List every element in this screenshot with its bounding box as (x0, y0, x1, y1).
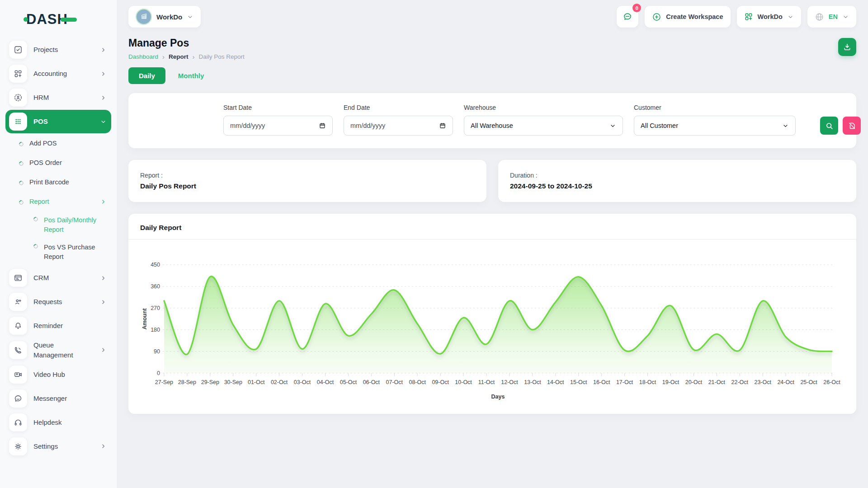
svg-text:27-Sep: 27-Sep (155, 379, 173, 385)
chevron-down-icon (187, 14, 193, 20)
sidebar-item-helpdesk[interactable]: Helpdesk (5, 411, 111, 434)
chevron-right-icon (100, 347, 107, 353)
building-icon (140, 12, 148, 22)
svg-text:28-Sep: 28-Sep (178, 379, 196, 385)
filter-actions (820, 117, 861, 136)
breadcrumb-current: Daily Pos Report (199, 53, 245, 60)
sidebar-item-crm[interactable]: CRM (5, 266, 111, 290)
chevron-down-icon (100, 118, 107, 125)
svg-text:90: 90 (154, 348, 160, 355)
customer-select[interactable]: All Customer (634, 116, 796, 136)
download-button[interactable] (838, 38, 856, 56)
accounting-icon (9, 65, 27, 83)
start-date-input-wrap (223, 116, 333, 136)
warehouse-selected-value: All Warehouse (471, 122, 513, 129)
warehouse-field: Warehouse All Warehouse (464, 104, 623, 136)
sidebar-item-messenger[interactable]: Messenger (5, 387, 111, 410)
sidebar-item-settings[interactable]: Settings (5, 435, 111, 458)
calendar-icon[interactable] (319, 122, 326, 129)
settings-icon (9, 437, 27, 455)
start-date-field: Start Date (223, 104, 333, 136)
svg-text:12-Oct: 12-Oct (501, 379, 518, 385)
start-date-input[interactable] (230, 122, 298, 129)
sidebar-item-label: HRM (33, 93, 49, 103)
sidebar-item-pos-vs-purchase-report[interactable]: Pos VS Purchase Report (5, 239, 111, 266)
chevron-right-icon (100, 94, 107, 101)
svg-text:360: 360 (151, 283, 160, 290)
messages-button[interactable]: 0 (617, 6, 638, 28)
tab-monthly[interactable]: Monthly (171, 67, 212, 84)
breadcrumb-report[interactable]: Report (169, 53, 189, 60)
sidebar-item-label: Messenger (33, 394, 67, 404)
sidebar-item-requests[interactable]: Requests (5, 290, 111, 314)
customer-selected-value: All Customer (641, 122, 678, 129)
sidebar: DASH ProjectsAccountingHRMPOSAdd POSPOS … (0, 0, 117, 488)
queue-icon (9, 341, 27, 359)
language-selector[interactable]: EN (807, 6, 856, 28)
sidebar-item-pos-order[interactable]: POS Order (5, 153, 111, 173)
svg-text:17-Oct: 17-Oct (616, 379, 633, 385)
sidebar-item-label: Helpdesk (33, 418, 62, 427)
sidebar-item-label: CRM (33, 273, 49, 283)
breadcrumb-dashboard[interactable]: Dashboard (128, 53, 158, 60)
bullet-icon (18, 180, 24, 186)
chevron-right-icon (100, 198, 107, 205)
create-workspace-button[interactable]: Create Workspace (645, 6, 730, 28)
sidebar-item-projects[interactable]: Projects (5, 38, 111, 61)
svg-text:03-Oct: 03-Oct (294, 379, 311, 385)
start-date-label: Start Date (223, 104, 333, 111)
sidebar-item-reminder[interactable]: Reminder (5, 314, 111, 338)
chevron-right-icon (100, 443, 107, 450)
sidebar-item-video-hub[interactable]: Video Hub (5, 363, 111, 386)
warehouse-select[interactable]: All Warehouse (464, 116, 623, 136)
sidebar-item-queue-management[interactable]: Queue Management (5, 338, 111, 362)
brand-logo[interactable]: DASH (24, 10, 111, 28)
sidebar-item-label: Requests (33, 297, 62, 307)
daily-report-area-chart: 090180270360450 27-Sep28-Sep29-Sep30-Sep… (140, 249, 844, 406)
sidebar-item-hrm[interactable]: HRM (5, 86, 111, 109)
report-label: Report : (140, 172, 475, 179)
svg-text:23-Oct: 23-Oct (755, 379, 772, 385)
chevron-right-icon (100, 47, 107, 53)
svg-text:09-Oct: 09-Oct (432, 379, 449, 385)
breadcrumb-separator: › (193, 53, 195, 60)
reset-button[interactable] (843, 117, 861, 135)
bullet-icon (18, 199, 24, 206)
sidebar-item-pos-daily-monthly-report[interactable]: Pos Daily/Monthly Report (5, 211, 111, 239)
sidebar-item-accounting[interactable]: Accounting (5, 62, 111, 85)
tab-daily[interactable]: Daily (128, 67, 165, 84)
svg-text:07-Oct: 07-Oct (386, 379, 403, 385)
crm-icon (9, 269, 27, 287)
chevron-right-icon (100, 275, 107, 282)
globe-icon (815, 12, 824, 22)
chevron-right-icon (100, 70, 107, 77)
sidebar-item-label: POS (33, 117, 48, 127)
search-icon (825, 122, 834, 130)
workspace-switcher[interactable]: WorkDo (128, 6, 201, 28)
svg-text:180: 180 (151, 327, 160, 333)
main-area: WorkDo 0 Create Workspace WorkDo (117, 0, 868, 488)
sidebar-item-pos[interactable]: POS (5, 110, 111, 133)
svg-text:Amount: Amount (142, 308, 148, 329)
svg-text:21-Oct: 21-Oct (708, 379, 726, 385)
calendar-icon[interactable] (439, 122, 446, 129)
warehouse-label: Warehouse (464, 104, 623, 111)
chevron-down-icon (787, 14, 794, 20)
breadcrumb-separator: › (162, 53, 165, 60)
bullet-icon (18, 141, 24, 147)
logo-dash-icon (61, 18, 77, 22)
bullet-icon (33, 243, 39, 249)
projects-icon (9, 41, 27, 59)
daily-report-card: Daily Report 090180270360450 27-Sep28-Se… (128, 214, 856, 414)
pos-icon (9, 113, 27, 131)
customer-field: Customer All Customer (634, 104, 796, 136)
duration-label: Duration : (510, 172, 844, 179)
sidebar-item-add-pos[interactable]: Add POS (5, 134, 111, 153)
search-button[interactable] (820, 117, 838, 135)
sidebar-item-report[interactable]: Report (5, 192, 111, 211)
sidebar-item-label: Pos Daily/Monthly Report (44, 216, 107, 235)
workdo-menu[interactable]: WorkDo (737, 6, 801, 28)
end-date-input[interactable] (350, 122, 418, 129)
sidebar-item-print-barcode[interactable]: Print Barcode (5, 173, 111, 192)
helpdesk-icon (9, 413, 27, 432)
